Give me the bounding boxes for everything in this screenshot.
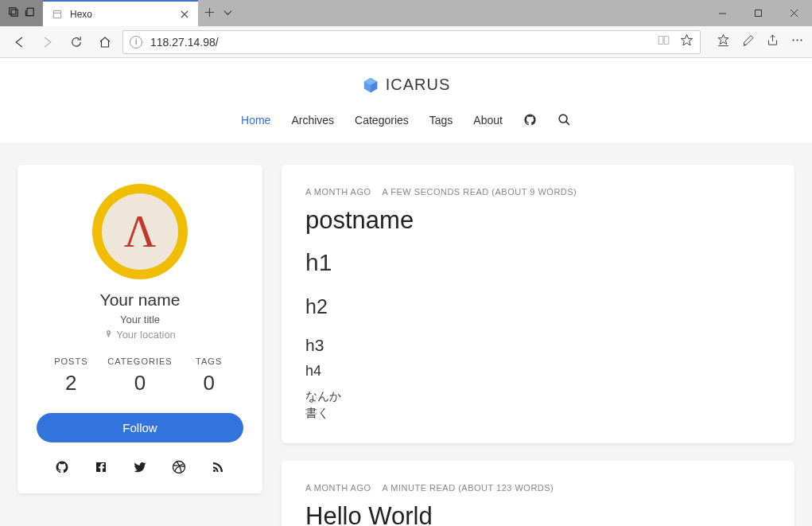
- github-icon[interactable]: [55, 460, 69, 474]
- page-viewport: ICARUS Home Archives Categories Tags Abo…: [0, 58, 812, 526]
- post-date[interactable]: A MONTH AGO: [305, 187, 371, 197]
- facebook-icon[interactable]: [94, 460, 108, 474]
- post-date[interactable]: A MONTH AGO: [305, 483, 371, 493]
- dribbble-icon[interactable]: [172, 460, 186, 474]
- favorite-icon[interactable]: [680, 33, 694, 50]
- github-icon[interactable]: [523, 113, 537, 127]
- svg-point-10: [213, 470, 216, 472]
- titlebar: Hexo: [0, 0, 812, 26]
- stat-tags-label: TAGS: [174, 357, 243, 366]
- follow-button[interactable]: Follow: [37, 413, 243, 442]
- post-line2: 書く: [305, 404, 771, 421]
- nav-about[interactable]: About: [473, 114, 503, 127]
- author-name: Your name: [37, 290, 243, 310]
- post-line1: なんか: [305, 388, 771, 404]
- toolbar-right-icons: [707, 33, 804, 50]
- tab-actions: [198, 0, 239, 26]
- chevron-down-icon[interactable]: [223, 6, 233, 21]
- svg-point-7: [559, 115, 567, 123]
- svg-rect-2: [27, 8, 33, 15]
- post-card: A MONTH AGO A MINUTE READ (ABOUT 123 WOR…: [282, 461, 795, 526]
- content: Λ Your name Your title Your location POS…: [0, 142, 812, 526]
- post-meta: A MONTH AGO A FEW SECONDS READ (ABOUT 9 …: [305, 187, 771, 197]
- tab-pre-buttons: [0, 0, 43, 26]
- set-aside-tabs-icon[interactable]: [24, 6, 35, 21]
- addr-right: [657, 33, 694, 50]
- new-tab-icon[interactable]: [204, 6, 215, 21]
- url-text: 118.27.14.98/: [150, 36, 649, 49]
- rss-icon[interactable]: [211, 460, 225, 474]
- svg-point-4: [792, 39, 794, 41]
- post-h3: h3: [305, 336, 771, 355]
- svg-rect-1: [11, 10, 17, 16]
- profile-card: Λ Your name Your title Your location POS…: [17, 165, 262, 493]
- nav-categories[interactable]: Categories: [355, 114, 409, 127]
- tab-strip: Hexo: [43, 0, 198, 26]
- post-title[interactable]: Hello World: [305, 502, 771, 526]
- stat-categories[interactable]: CATEGORIES 0: [106, 357, 175, 395]
- tab-title: Hexo: [70, 9, 173, 20]
- post-card: A MONTH AGO A FEW SECONDS READ (ABOUT 9 …: [282, 165, 795, 443]
- svg-rect-0: [10, 7, 16, 14]
- browser-chrome: Hexo i 118.27.14.98/: [0, 0, 812, 58]
- stat-categories-value: 0: [106, 371, 175, 395]
- notes-icon[interactable]: [741, 33, 755, 50]
- nav-home[interactable]: Home: [241, 114, 270, 127]
- location-pin-icon: [104, 329, 113, 341]
- recent-tabs-icon[interactable]: [8, 6, 19, 21]
- avatar: Λ: [92, 184, 188, 279]
- sidebar: Λ Your name Your title Your location POS…: [17, 165, 262, 493]
- twitter-icon[interactable]: [133, 460, 147, 474]
- browser-toolbar: i 118.27.14.98/: [0, 26, 812, 58]
- stat-posts-value: 2: [37, 371, 106, 395]
- close-icon[interactable]: [179, 9, 190, 20]
- info-icon[interactable]: i: [130, 36, 142, 49]
- social-links: [37, 460, 243, 474]
- tab-favicon-icon: [51, 8, 64, 21]
- maximize-button[interactable]: [740, 0, 776, 26]
- post-title[interactable]: postname: [305, 206, 771, 235]
- refresh-button[interactable]: [65, 31, 87, 53]
- share-icon[interactable]: [766, 33, 779, 50]
- post-h4: h4: [305, 363, 771, 380]
- site-header: ICARUS Home Archives Categories Tags Abo…: [0, 58, 812, 142]
- search-icon[interactable]: [558, 113, 571, 127]
- nav-archives[interactable]: Archives: [291, 114, 334, 127]
- back-button[interactable]: [8, 31, 30, 53]
- svg-point-5: [796, 39, 798, 41]
- page-scroll[interactable]: ICARUS Home Archives Categories Tags Abo…: [0, 58, 812, 526]
- post-meta: A MONTH AGO A MINUTE READ (ABOUT 123 WOR…: [305, 483, 771, 493]
- minimize-button[interactable]: [705, 0, 740, 26]
- stat-categories-label: CATEGORIES: [106, 357, 175, 366]
- post-read: A FEW SECONDS READ (ABOUT 9 WORDS): [383, 187, 577, 197]
- author-location: Your location: [37, 329, 243, 341]
- post-h2: h2: [305, 295, 771, 318]
- home-button[interactable]: [94, 31, 116, 53]
- brand-text: ICARUS: [386, 76, 451, 94]
- post-h1: h1: [305, 249, 771, 276]
- forward-button[interactable]: [37, 31, 59, 53]
- stat-posts[interactable]: POSTS 2: [37, 357, 106, 395]
- nav-tags[interactable]: Tags: [429, 114, 453, 127]
- svg-rect-3: [756, 10, 762, 17]
- brand-logo-icon: [362, 76, 379, 94]
- location-text: Your location: [116, 329, 176, 341]
- browser-tab[interactable]: Hexo: [43, 0, 198, 26]
- post-read: A MINUTE READ (ABOUT 123 WORDS): [383, 483, 554, 493]
- svg-point-8: [108, 332, 110, 333]
- stat-posts-label: POSTS: [37, 357, 106, 366]
- favorites-bar-icon[interactable]: [717, 33, 730, 50]
- window-controls: [705, 0, 812, 26]
- reading-view-icon[interactable]: [657, 33, 670, 50]
- main-column: A MONTH AGO A FEW SECONDS READ (ABOUT 9 …: [282, 165, 795, 526]
- brand[interactable]: ICARUS: [0, 76, 812, 94]
- more-icon[interactable]: [791, 33, 804, 50]
- navbar: Home Archives Categories Tags About: [0, 113, 812, 142]
- address-bar[interactable]: i 118.27.14.98/: [122, 30, 701, 54]
- stat-tags-value: 0: [174, 371, 243, 395]
- profile-stats: POSTS 2 CATEGORIES 0 TAGS 0: [37, 357, 243, 395]
- close-window-button[interactable]: [776, 0, 812, 26]
- stat-tags[interactable]: TAGS 0: [174, 357, 243, 395]
- avatar-letter: Λ: [124, 206, 157, 257]
- svg-point-6: [800, 39, 802, 41]
